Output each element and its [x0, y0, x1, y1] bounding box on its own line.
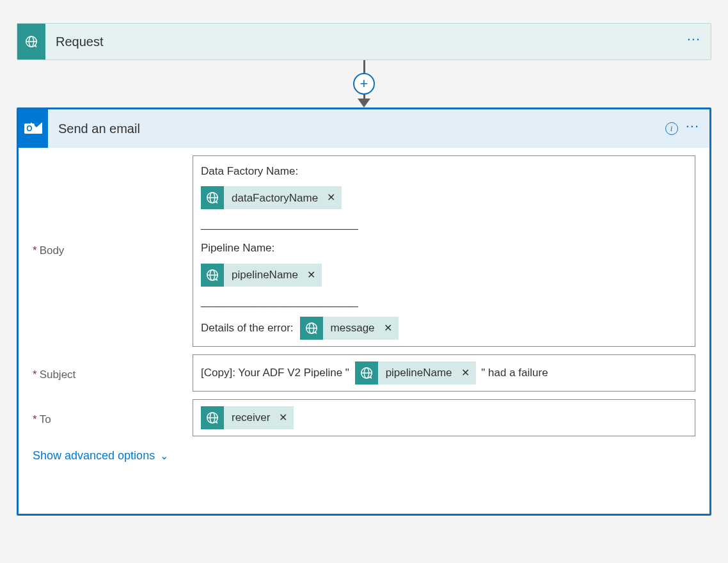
globe-icon [201, 186, 224, 209]
chip-pipelinename[interactable]: pipelineName ✕ [201, 264, 322, 287]
to-input[interactable]: receiver ✕ [193, 399, 695, 436]
body-label: *Body [33, 244, 193, 257]
chevron-down-icon: ⌄ [160, 450, 168, 462]
arrow-down-icon [358, 99, 370, 107]
chip-remove-icon[interactable]: ✕ [381, 320, 399, 337]
subject-label: *Subject [33, 354, 193, 392]
connector: + [17, 60, 711, 107]
subject-row: *Subject [Copy]: Your ADF V2 Pipeline " … [33, 354, 695, 392]
chip-message[interactable]: message ✕ [300, 317, 399, 340]
body-separator-2: __________________________ [201, 293, 358, 310]
chip-remove-icon[interactable]: ✕ [276, 411, 294, 425]
outlook-icon: O [19, 109, 48, 148]
to-label: *To [33, 399, 193, 436]
request-more-icon[interactable]: ··· [687, 32, 700, 51]
request-card[interactable]: Request ··· [17, 23, 711, 60]
body-text-2: Pipeline Name: [201, 239, 274, 257]
subject-text-after: " had a failure [479, 365, 548, 381]
to-row: *To receiver ✕ [33, 399, 695, 436]
globe-icon [355, 361, 378, 385]
globe-icon [201, 406, 224, 429]
subject-input[interactable]: [Copy]: Your ADF V2 Pipeline " pipelineN… [193, 354, 695, 392]
request-icon [17, 24, 45, 59]
chip-receiver[interactable]: receiver ✕ [201, 406, 294, 429]
send-email-card: O Send an email i ··· *Body Data Factory… [17, 107, 711, 516]
globe-icon [300, 317, 323, 340]
chip-datafactoryname[interactable]: dataFactoryName ✕ [201, 186, 342, 209]
add-step-button[interactable]: + [353, 73, 375, 95]
body-row: *Body Data Factory Name: dataFactoryName… [33, 155, 695, 347]
info-icon[interactable]: i [665, 122, 678, 135]
chip-remove-icon[interactable]: ✕ [324, 189, 342, 206]
show-advanced-button[interactable]: Show advanced options ⌄ [33, 449, 168, 463]
send-email-more-icon[interactable]: ··· [686, 119, 699, 138]
send-email-title: Send an email [48, 122, 665, 136]
body-text-3: Details of the error: [201, 319, 294, 337]
chip-pipelinename-subject[interactable]: pipelineName ✕ [355, 361, 476, 385]
request-title: Request [45, 35, 687, 49]
body-input[interactable]: Data Factory Name: dataFactoryName ✕ ___… [193, 155, 695, 347]
body-separator-1: __________________________ [201, 216, 358, 233]
body-text-1: Data Factory Name: [201, 163, 298, 180]
globe-icon [201, 264, 224, 287]
subject-text-before: [Copy]: Your ADF V2 Pipeline " [201, 365, 352, 381]
chip-remove-icon[interactable]: ✕ [459, 366, 476, 380]
chip-remove-icon[interactable]: ✕ [305, 267, 322, 283]
send-email-header[interactable]: O Send an email i ··· [19, 109, 709, 148]
